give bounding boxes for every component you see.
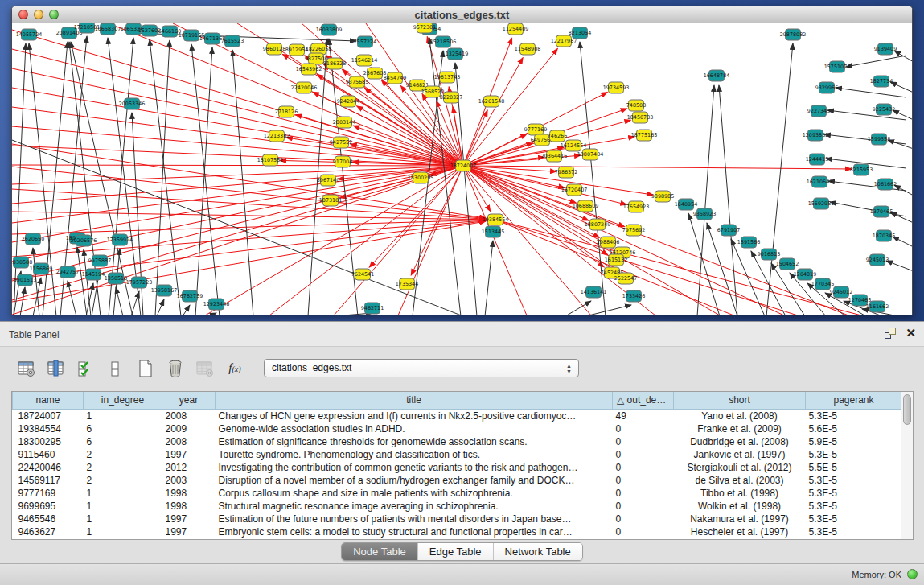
graph-node[interactable]: 22420046 bbox=[291, 82, 318, 93]
table-cell[interactable]: 9465546 bbox=[13, 513, 84, 525]
table-cell[interactable]: Wolkin et al. (1998) bbox=[674, 500, 806, 513]
table-cell[interactable]: 2008 bbox=[162, 435, 216, 448]
table-row[interactable]: 1830029562008Estimation of significance … bbox=[13, 435, 902, 448]
network-graph[interactable]: 1405572420891406172105011065830710653247… bbox=[12, 23, 912, 315]
graph-node[interactable]: 11325419 bbox=[442, 48, 469, 60]
graph-node[interactable]: 7557224 bbox=[354, 36, 376, 47]
table-cell[interactable]: 9777169 bbox=[13, 487, 84, 500]
graph-node[interactable]: 13958167 bbox=[151, 285, 178, 296]
graph-node[interactable]: 12093832 bbox=[803, 130, 829, 141]
table-row[interactable]: 2242004622012Investigating the contribut… bbox=[13, 461, 902, 474]
column-header-short[interactable]: short bbox=[674, 392, 806, 409]
table-cell[interactable]: 5.3E-5 bbox=[806, 487, 902, 500]
graph-node[interactable]: 12923446 bbox=[203, 299, 230, 310]
column-header-in_degree[interactable]: in_degree bbox=[84, 392, 162, 409]
graph-node[interactable]: 9245012 bbox=[830, 286, 852, 298]
table-cell[interactable]: Hescheler et al. (1997) bbox=[674, 525, 806, 538]
graph-node[interactable]: 17957223 bbox=[126, 277, 153, 288]
table-cell[interactable]: 1997 bbox=[162, 513, 216, 525]
table-cell[interactable]: Tourette syndrome. Phenomenology and cla… bbox=[216, 448, 613, 461]
network-graph-canvas[interactable]: 1405572420891406172105011065830710653247… bbox=[12, 23, 912, 315]
table-cell[interactable]: 0 bbox=[613, 461, 674, 474]
table-cell[interactable]: Dudbridge et al. (2008) bbox=[674, 435, 806, 448]
graph-node[interactable]: 7615523 bbox=[221, 35, 244, 47]
graph-node[interactable]: 7975692 bbox=[622, 225, 645, 236]
graph-node[interactable]: 9975887 bbox=[88, 255, 111, 266]
graph-node[interactable]: 2620650 bbox=[22, 233, 44, 245]
table-cell[interactable]: 1998 bbox=[162, 487, 216, 500]
graph-node[interactable]: 1827734 bbox=[870, 76, 893, 87]
tab-edge-table[interactable]: Edge Table bbox=[417, 543, 493, 560]
table-row[interactable]: 1456911722003Disruption of a novel membe… bbox=[13, 474, 902, 487]
tab-node-table[interactable]: Node Table bbox=[342, 543, 417, 560]
graph-node[interactable]: 1770345 bbox=[811, 278, 834, 290]
graph-node[interactable]: 14055724 bbox=[16, 29, 43, 40]
table-cell[interactable]: 49 bbox=[613, 409, 674, 422]
table-cell[interactable]: 19384554 bbox=[13, 422, 84, 435]
table-cell[interactable]: 1 bbox=[84, 409, 162, 422]
table-cell[interactable]: 1997 bbox=[162, 448, 216, 461]
graph-node[interactable]: 18450733 bbox=[627, 112, 654, 123]
table-cell[interactable]: de Silva et al. (2003) bbox=[674, 474, 806, 487]
table-cell[interactable]: 2003 bbox=[162, 474, 216, 487]
table-cell[interactable]: Structural magnetic resonance image aver… bbox=[216, 500, 613, 513]
table-cell[interactable]: Franke et al. (2009) bbox=[674, 422, 806, 435]
table-cell[interactable]: 1997 bbox=[162, 525, 216, 538]
graph-node[interactable]: 2988406 bbox=[597, 237, 619, 248]
graph-node[interactable]: 18300295 bbox=[408, 172, 434, 183]
graph-node[interactable]: 20364416 bbox=[541, 150, 568, 162]
graph-node[interactable]: 9225432 bbox=[873, 104, 895, 115]
table-row[interactable]: 946554611997Estimation of the future num… bbox=[13, 513, 902, 525]
graph-node[interactable]: 2522547 bbox=[614, 273, 637, 284]
table-cell[interactable]: 2009 bbox=[162, 422, 216, 435]
table-cell[interactable]: Nakamura et al. (1997) bbox=[674, 513, 806, 525]
new-column-icon[interactable] bbox=[135, 357, 156, 380]
unselect-all-icon[interactable] bbox=[105, 357, 126, 380]
graph-node[interactable]: 1244415 bbox=[806, 154, 828, 165]
graph-node[interactable]: 2942757 bbox=[56, 266, 79, 278]
graph-node[interactable]: 8186328 bbox=[323, 58, 346, 69]
table-cell[interactable]: 2012 bbox=[162, 461, 216, 474]
graph-node[interactable]: 7624541 bbox=[351, 269, 374, 280]
graph-node[interactable]: 9329966 bbox=[815, 82, 838, 93]
graph-node[interactable]: 16720407 bbox=[561, 184, 588, 196]
graph-node[interactable]: 1156869 bbox=[30, 263, 52, 274]
table-cell[interactable]: 18300295 bbox=[13, 435, 84, 448]
graph-node[interactable]: 9462711 bbox=[361, 303, 384, 314]
graph-node[interactable]: 1599358 bbox=[868, 134, 890, 145]
close-panel-icon[interactable]: ✕ bbox=[906, 328, 916, 339]
graph-node[interactable]: 16124554 bbox=[561, 140, 587, 151]
graph-node[interactable]: 1350513 bbox=[105, 273, 127, 284]
delete-column-icon[interactable] bbox=[165, 357, 186, 380]
table-cell[interactable]: 1 bbox=[84, 500, 162, 513]
function-builder-icon[interactable]: f(x) bbox=[224, 357, 245, 380]
table-cell[interactable]: Disruption of a novel member of a sodium… bbox=[216, 474, 613, 487]
table-cell[interactable]: Investigating the contribution of common… bbox=[216, 461, 613, 474]
table-vertical-scrollbar[interactable] bbox=[901, 392, 913, 539]
graph-node[interactable]: 1204819 bbox=[794, 269, 816, 280]
graph-node[interactable]: 15692951 bbox=[808, 198, 835, 209]
graph-node[interactable]: 9860128 bbox=[263, 43, 285, 55]
table-cell[interactable]: 5.3E-5 bbox=[806, 500, 902, 513]
graph-node[interactable]: 8213054 bbox=[569, 27, 591, 39]
graph-node[interactable]: 1061662 bbox=[874, 179, 897, 190]
table-cell[interactable]: Corpus callosum shape and size in male p… bbox=[216, 487, 613, 500]
table-cell[interactable]: Stergiakouli et al. (2012) bbox=[674, 461, 806, 474]
graph-node[interactable]: 19734593 bbox=[603, 82, 630, 93]
graph-node[interactable]: 19613743 bbox=[434, 72, 461, 83]
graph-node[interactable]: 11546214 bbox=[351, 55, 378, 66]
table-cell[interactable]: 9699695 bbox=[13, 500, 84, 513]
table-row[interactable]: 946362711997Embryonic stem cells: a mode… bbox=[13, 525, 902, 538]
table-cell[interactable]: 0 bbox=[613, 487, 674, 500]
table-cell[interactable]: 5.5E-5 bbox=[806, 461, 902, 474]
column-header-year[interactable]: year bbox=[162, 392, 216, 409]
graph-node[interactable]: 16033809 bbox=[316, 24, 343, 35]
table-row[interactable]: 1938455462009Genome-wide association stu… bbox=[13, 422, 902, 435]
graph-node[interactable]: 9358923 bbox=[693, 208, 716, 220]
table-cell[interactable]: 2 bbox=[84, 474, 162, 487]
graph-node[interactable]: 11548908 bbox=[515, 43, 541, 55]
graph-node[interactable]: 17359924 bbox=[107, 234, 133, 245]
graph-node[interactable]: 10807484 bbox=[577, 149, 604, 160]
table-row[interactable]: 969969511998Structural magnetic resonanc… bbox=[13, 500, 902, 513]
graph-node[interactable]: 8220327 bbox=[440, 92, 462, 103]
